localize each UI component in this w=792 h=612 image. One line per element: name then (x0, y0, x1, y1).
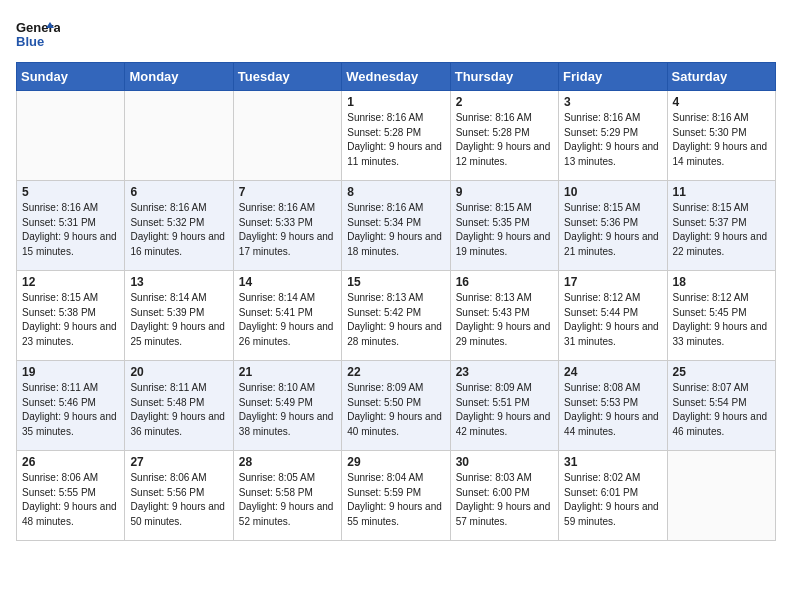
calendar-cell: 13Sunrise: 8:14 AMSunset: 5:39 PMDayligh… (125, 271, 233, 361)
day-info: Sunrise: 8:13 AMSunset: 5:43 PMDaylight:… (456, 291, 553, 349)
day-info: Sunrise: 8:09 AMSunset: 5:50 PMDaylight:… (347, 381, 444, 439)
day-number: 17 (564, 275, 661, 289)
weekday-header-monday: Monday (125, 63, 233, 91)
logo: General Blue (16, 16, 60, 52)
day-number: 31 (564, 455, 661, 469)
day-number: 2 (456, 95, 553, 109)
day-info: Sunrise: 8:05 AMSunset: 5:58 PMDaylight:… (239, 471, 336, 529)
calendar-cell: 2Sunrise: 8:16 AMSunset: 5:28 PMDaylight… (450, 91, 558, 181)
day-info: Sunrise: 8:06 AMSunset: 5:55 PMDaylight:… (22, 471, 119, 529)
calendar-cell: 15Sunrise: 8:13 AMSunset: 5:42 PMDayligh… (342, 271, 450, 361)
calendar-cell: 19Sunrise: 8:11 AMSunset: 5:46 PMDayligh… (17, 361, 125, 451)
day-info: Sunrise: 8:16 AMSunset: 5:28 PMDaylight:… (347, 111, 444, 169)
calendar-cell: 11Sunrise: 8:15 AMSunset: 5:37 PMDayligh… (667, 181, 775, 271)
day-info: Sunrise: 8:15 AMSunset: 5:38 PMDaylight:… (22, 291, 119, 349)
day-number: 7 (239, 185, 336, 199)
day-info: Sunrise: 8:12 AMSunset: 5:44 PMDaylight:… (564, 291, 661, 349)
day-number: 8 (347, 185, 444, 199)
day-info: Sunrise: 8:15 AMSunset: 5:36 PMDaylight:… (564, 201, 661, 259)
weekday-header-saturday: Saturday (667, 63, 775, 91)
weekday-header-sunday: Sunday (17, 63, 125, 91)
calendar-cell: 26Sunrise: 8:06 AMSunset: 5:55 PMDayligh… (17, 451, 125, 541)
day-info: Sunrise: 8:11 AMSunset: 5:48 PMDaylight:… (130, 381, 227, 439)
day-info: Sunrise: 8:16 AMSunset: 5:28 PMDaylight:… (456, 111, 553, 169)
day-number: 1 (347, 95, 444, 109)
weekday-header-wednesday: Wednesday (342, 63, 450, 91)
calendar-cell: 28Sunrise: 8:05 AMSunset: 5:58 PMDayligh… (233, 451, 341, 541)
day-info: Sunrise: 8:12 AMSunset: 5:45 PMDaylight:… (673, 291, 770, 349)
day-info: Sunrise: 8:02 AMSunset: 6:01 PMDaylight:… (564, 471, 661, 529)
day-number: 23 (456, 365, 553, 379)
calendar-cell: 17Sunrise: 8:12 AMSunset: 5:44 PMDayligh… (559, 271, 667, 361)
calendar-cell (233, 91, 341, 181)
calendar-cell: 7Sunrise: 8:16 AMSunset: 5:33 PMDaylight… (233, 181, 341, 271)
day-info: Sunrise: 8:06 AMSunset: 5:56 PMDaylight:… (130, 471, 227, 529)
calendar-cell: 20Sunrise: 8:11 AMSunset: 5:48 PMDayligh… (125, 361, 233, 451)
day-info: Sunrise: 8:09 AMSunset: 5:51 PMDaylight:… (456, 381, 553, 439)
day-info: Sunrise: 8:03 AMSunset: 6:00 PMDaylight:… (456, 471, 553, 529)
day-info: Sunrise: 8:08 AMSunset: 5:53 PMDaylight:… (564, 381, 661, 439)
day-number: 9 (456, 185, 553, 199)
calendar-cell: 12Sunrise: 8:15 AMSunset: 5:38 PMDayligh… (17, 271, 125, 361)
weekday-header-thursday: Thursday (450, 63, 558, 91)
day-number: 16 (456, 275, 553, 289)
day-number: 21 (239, 365, 336, 379)
weekday-header-friday: Friday (559, 63, 667, 91)
calendar-cell: 21Sunrise: 8:10 AMSunset: 5:49 PMDayligh… (233, 361, 341, 451)
day-number: 22 (347, 365, 444, 379)
calendar-cell: 23Sunrise: 8:09 AMSunset: 5:51 PMDayligh… (450, 361, 558, 451)
svg-text:Blue: Blue (16, 34, 44, 49)
day-info: Sunrise: 8:14 AMSunset: 5:41 PMDaylight:… (239, 291, 336, 349)
calendar-cell (667, 451, 775, 541)
day-number: 3 (564, 95, 661, 109)
day-number: 5 (22, 185, 119, 199)
day-number: 28 (239, 455, 336, 469)
day-number: 4 (673, 95, 770, 109)
calendar-cell: 30Sunrise: 8:03 AMSunset: 6:00 PMDayligh… (450, 451, 558, 541)
calendar-cell: 4Sunrise: 8:16 AMSunset: 5:30 PMDaylight… (667, 91, 775, 181)
day-number: 10 (564, 185, 661, 199)
calendar-cell: 25Sunrise: 8:07 AMSunset: 5:54 PMDayligh… (667, 361, 775, 451)
day-info: Sunrise: 8:16 AMSunset: 5:33 PMDaylight:… (239, 201, 336, 259)
calendar-cell: 3Sunrise: 8:16 AMSunset: 5:29 PMDaylight… (559, 91, 667, 181)
calendar-cell: 24Sunrise: 8:08 AMSunset: 5:53 PMDayligh… (559, 361, 667, 451)
calendar-table: SundayMondayTuesdayWednesdayThursdayFrid… (16, 62, 776, 541)
day-info: Sunrise: 8:10 AMSunset: 5:49 PMDaylight:… (239, 381, 336, 439)
calendar-cell: 6Sunrise: 8:16 AMSunset: 5:32 PMDaylight… (125, 181, 233, 271)
calendar-cell: 31Sunrise: 8:02 AMSunset: 6:01 PMDayligh… (559, 451, 667, 541)
calendar-cell: 16Sunrise: 8:13 AMSunset: 5:43 PMDayligh… (450, 271, 558, 361)
day-number: 24 (564, 365, 661, 379)
day-info: Sunrise: 8:07 AMSunset: 5:54 PMDaylight:… (673, 381, 770, 439)
calendar-cell: 1Sunrise: 8:16 AMSunset: 5:28 PMDaylight… (342, 91, 450, 181)
day-number: 30 (456, 455, 553, 469)
logo-icon: General Blue (16, 16, 60, 52)
calendar-cell: 29Sunrise: 8:04 AMSunset: 5:59 PMDayligh… (342, 451, 450, 541)
calendar-cell (125, 91, 233, 181)
weekday-header-tuesday: Tuesday (233, 63, 341, 91)
day-info: Sunrise: 8:11 AMSunset: 5:46 PMDaylight:… (22, 381, 119, 439)
calendar-cell: 14Sunrise: 8:14 AMSunset: 5:41 PMDayligh… (233, 271, 341, 361)
day-number: 12 (22, 275, 119, 289)
calendar-cell: 9Sunrise: 8:15 AMSunset: 5:35 PMDaylight… (450, 181, 558, 271)
day-info: Sunrise: 8:16 AMSunset: 5:34 PMDaylight:… (347, 201, 444, 259)
day-info: Sunrise: 8:14 AMSunset: 5:39 PMDaylight:… (130, 291, 227, 349)
day-info: Sunrise: 8:16 AMSunset: 5:32 PMDaylight:… (130, 201, 227, 259)
day-number: 13 (130, 275, 227, 289)
calendar-cell: 22Sunrise: 8:09 AMSunset: 5:50 PMDayligh… (342, 361, 450, 451)
day-number: 20 (130, 365, 227, 379)
day-info: Sunrise: 8:16 AMSunset: 5:30 PMDaylight:… (673, 111, 770, 169)
calendar-cell: 10Sunrise: 8:15 AMSunset: 5:36 PMDayligh… (559, 181, 667, 271)
day-info: Sunrise: 8:13 AMSunset: 5:42 PMDaylight:… (347, 291, 444, 349)
calendar-cell: 8Sunrise: 8:16 AMSunset: 5:34 PMDaylight… (342, 181, 450, 271)
day-number: 27 (130, 455, 227, 469)
day-info: Sunrise: 8:04 AMSunset: 5:59 PMDaylight:… (347, 471, 444, 529)
day-number: 25 (673, 365, 770, 379)
day-number: 6 (130, 185, 227, 199)
day-info: Sunrise: 8:15 AMSunset: 5:35 PMDaylight:… (456, 201, 553, 259)
page-header: General Blue (16, 16, 776, 52)
calendar-cell: 27Sunrise: 8:06 AMSunset: 5:56 PMDayligh… (125, 451, 233, 541)
day-number: 15 (347, 275, 444, 289)
day-number: 19 (22, 365, 119, 379)
day-info: Sunrise: 8:16 AMSunset: 5:29 PMDaylight:… (564, 111, 661, 169)
calendar-cell: 18Sunrise: 8:12 AMSunset: 5:45 PMDayligh… (667, 271, 775, 361)
